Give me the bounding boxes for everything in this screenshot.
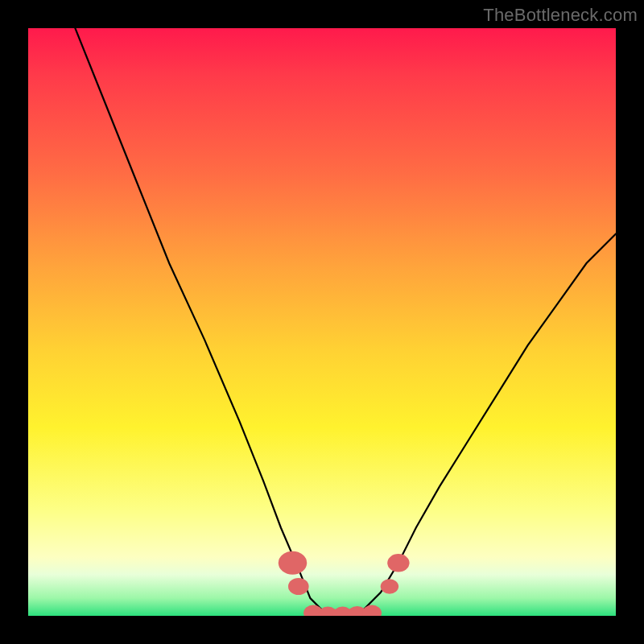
chart-frame: TheBottleneck.com [0,0,644,644]
watermark-text: TheBottleneck.com [483,5,638,26]
plot-background-gradient [28,28,616,616]
